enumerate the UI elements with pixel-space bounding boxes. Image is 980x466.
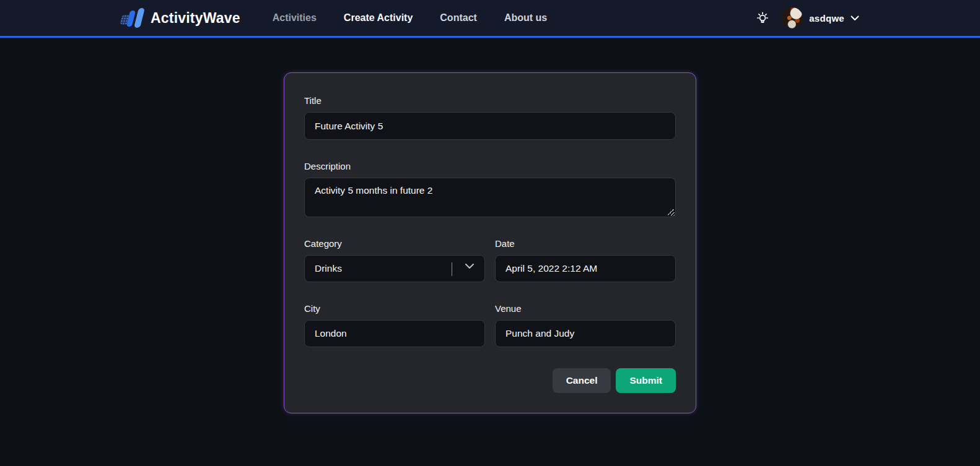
select-divider <box>452 262 452 276</box>
venue-field-group: Venue <box>495 303 676 347</box>
date-field-group: Date <box>495 238 676 282</box>
category-field-group: Category Drinks <box>304 238 485 282</box>
category-label: Category <box>304 238 485 249</box>
activitywave-logo-icon <box>121 7 144 29</box>
main-nav: Activities Create Activity Contact About… <box>273 12 547 24</box>
category-select[interactable]: Drinks <box>304 255 485 282</box>
nav-item-contact[interactable]: Contact <box>440 12 477 24</box>
category-selected-value: Drinks <box>315 263 342 274</box>
city-venue-row: City Venue <box>304 303 676 347</box>
brand-name: ActivityWave <box>151 10 240 27</box>
navbar-inner: ActivityWave Activities Create Activity … <box>121 0 859 36</box>
form-actions: Cancel Submit <box>304 368 676 393</box>
title-input[interactable] <box>304 112 676 140</box>
city-field-group: City <box>304 303 485 347</box>
select-chevron-down-icon <box>465 263 475 269</box>
date-input[interactable] <box>495 255 676 282</box>
date-label: Date <box>495 238 676 249</box>
description-label: Description <box>304 161 676 171</box>
user-menu[interactable]: asdqwe <box>782 7 859 28</box>
user-avatar[interactable] <box>782 7 803 28</box>
city-input[interactable] <box>304 320 485 347</box>
nav-item-activities[interactable]: Activities <box>273 12 317 24</box>
category-date-row: Category Drinks Date <box>304 238 676 282</box>
description-textarea[interactable]: Activity 5 months in future 2 <box>304 178 676 217</box>
venue-label: Venue <box>495 303 676 314</box>
navbar-right: asdqwe <box>753 7 859 28</box>
nav-item-about-us[interactable]: About us <box>504 12 547 24</box>
venue-input[interactable] <box>495 320 676 347</box>
nav-item-create-activity[interactable]: Create Activity <box>344 12 413 24</box>
title-label: Title <box>304 95 676 106</box>
cancel-button[interactable]: Cancel <box>553 368 611 393</box>
brand-logo[interactable]: ActivityWave <box>121 7 240 29</box>
title-field-group: Title <box>304 95 676 140</box>
lightbulb-icon <box>756 11 769 25</box>
description-field-group: Description Activity 5 months in future … <box>304 161 676 217</box>
theme-toggle-button[interactable] <box>753 8 772 28</box>
user-name: asdqwe <box>809 13 844 24</box>
activity-form-card: Title Description Activity 5 months in f… <box>284 72 696 413</box>
page-content: Title Description Activity 5 months in f… <box>0 38 980 413</box>
chevron-down-icon <box>851 15 859 21</box>
submit-button[interactable]: Submit <box>616 368 676 393</box>
city-label: City <box>304 303 485 314</box>
navbar: ActivityWave Activities Create Activity … <box>0 0 980 38</box>
